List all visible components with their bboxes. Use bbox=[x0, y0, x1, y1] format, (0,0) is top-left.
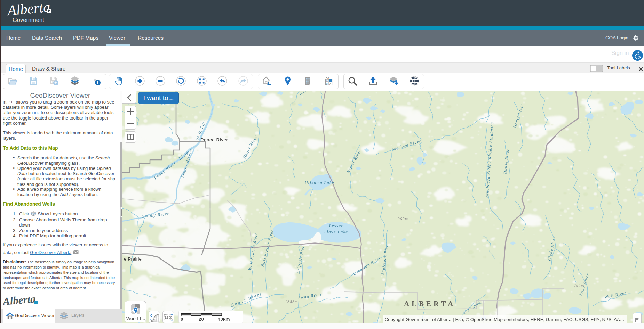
svg-text:Alberta: Alberta bbox=[7, 1, 51, 18]
svg-text:1388m: 1388m bbox=[285, 299, 298, 304]
svg-text:G: G bbox=[326, 80, 328, 82]
svg-text:Lesser: Lesser bbox=[328, 223, 343, 228]
svg-text:Government: Government bbox=[13, 17, 44, 23]
svg-text:X: X bbox=[150, 313, 153, 316]
svg-text:B: B bbox=[326, 83, 328, 85]
svg-text:Peace River: Peace River bbox=[200, 137, 228, 142]
svg-text:968m.: 968m. bbox=[398, 217, 410, 221]
svg-text:Utikuma Lake: Utikuma Lake bbox=[305, 180, 334, 185]
svg-text:884m: 884m bbox=[574, 283, 584, 287]
svg-text:Alberta: Alberta bbox=[2, 293, 36, 307]
svg-text:1:500: 1:500 bbox=[165, 316, 172, 319]
svg-text:e Prairie: e Prairie bbox=[124, 256, 142, 262]
svg-text:Slave Lake: Slave Lake bbox=[324, 229, 348, 235]
svg-text:A: A bbox=[329, 83, 331, 85]
svg-text:ALBERTA: ALBERTA bbox=[404, 299, 455, 308]
